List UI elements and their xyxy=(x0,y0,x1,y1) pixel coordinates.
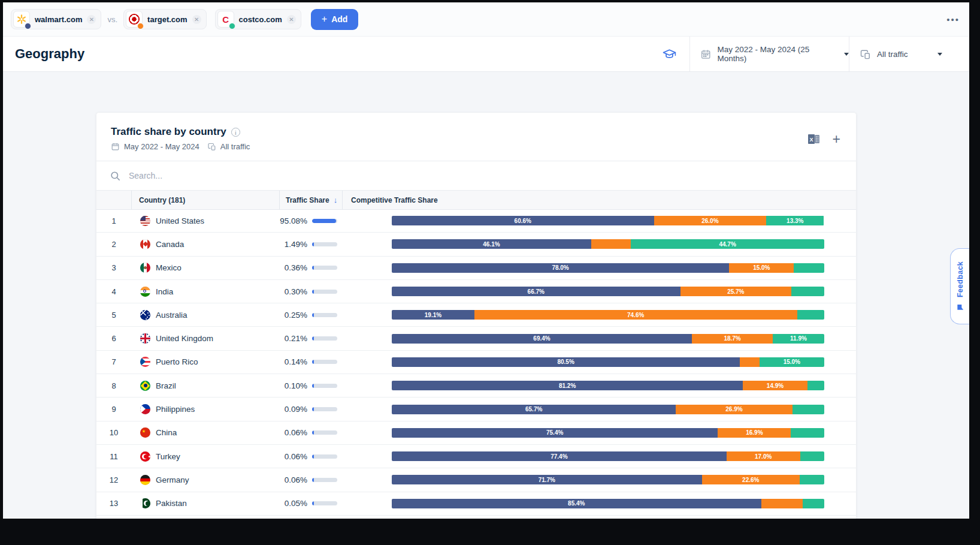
traffic-share-minibar-fill xyxy=(312,336,314,341)
traffic-share-cell: 0.05% xyxy=(265,492,307,515)
app-screen: walmart.com ✕ vs. target.com ✕ C costco.… xyxy=(3,2,969,519)
traffic-share-cell: 1.49% xyxy=(265,233,307,255)
country-flag-icon xyxy=(140,427,150,438)
traffic-share-value: 0.21% xyxy=(265,334,307,343)
competitive-segment-costco.com xyxy=(791,287,824,296)
country-name: Turkey xyxy=(156,452,180,461)
country-cell: Germany xyxy=(140,468,189,491)
table-row[interactable]: 1 United States 95.08% 60.6%26.0%13.3% xyxy=(96,209,856,233)
column-header-country[interactable]: Country (181) xyxy=(131,191,280,209)
walmart-spark-icon xyxy=(13,11,30,28)
date-range-selector[interactable]: May 2022 - May 2024 (25 Months) xyxy=(690,37,849,71)
learning-cap-button[interactable] xyxy=(649,37,689,71)
table-row[interactable]: 10 China 0.06% 75.4%16.9% xyxy=(96,421,856,445)
country-cell: Turkey xyxy=(140,445,180,468)
competitive-segment-costco.com: 11.9% xyxy=(773,334,824,344)
country-flag-icon xyxy=(140,404,150,414)
close-icon[interactable]: ✕ xyxy=(192,15,201,24)
competitive-share-bar: 60.6%26.0%13.3% xyxy=(392,216,824,225)
traffic-share-value: 0.14% xyxy=(265,357,307,366)
graduation-cap-icon xyxy=(662,47,677,62)
traffic-share-cell: 0.36% xyxy=(265,257,307,279)
costco-c-icon: C xyxy=(217,11,234,28)
close-icon[interactable]: ✕ xyxy=(287,15,296,24)
page-header: Geography May 2022 - May 2024 (25 Months… xyxy=(3,37,969,72)
competitive-segment-costco.com xyxy=(797,310,824,320)
country-flag-icon xyxy=(140,498,150,508)
table-row[interactable]: 12 Germany 0.06% 71.7%22.6% xyxy=(96,468,856,492)
traffic-share-minibar xyxy=(312,407,337,411)
competitive-segment-target.com: 17.0% xyxy=(727,451,800,461)
competitive-share-bar: 85.4% xyxy=(392,499,824,508)
close-icon[interactable]: ✕ xyxy=(87,15,96,24)
competitive-share-bar: 75.4%16.9% xyxy=(392,428,824,438)
competitor-chip-walmart[interactable]: walmart.com ✕ xyxy=(11,9,101,29)
competitive-segment-target.com: 26.9% xyxy=(676,405,792,414)
traffic-share-cell: 0.09% xyxy=(265,398,307,420)
country-flag-icon xyxy=(140,475,150,485)
country-flag-icon xyxy=(140,287,150,297)
search-icon xyxy=(110,170,121,182)
traffic-share-value: 0.05% xyxy=(265,499,307,508)
table-search xyxy=(96,161,856,191)
country-flag-icon xyxy=(140,357,150,367)
rank-cell: 5 xyxy=(96,303,131,326)
table-header: Country (181) Traffic Share ↓ Competitiv… xyxy=(96,191,856,210)
table-row[interactable]: 2 Canada 1.49% 46.1%44.7% xyxy=(96,233,856,256)
competitive-segment-target.com: 22.6% xyxy=(702,475,800,484)
add-to-dashboard-icon[interactable]: + xyxy=(833,133,840,146)
traffic-filter-value: All traffic xyxy=(877,50,908,59)
table-row[interactable]: 13 Pakistan 0.05% 85.4% xyxy=(96,492,856,516)
competitive-share-bar: 66.7%25.7% xyxy=(392,287,824,296)
excel-export-icon[interactable]: X xyxy=(806,132,821,146)
competitive-segment-target.com xyxy=(740,357,759,367)
traffic-share-value: 1.49% xyxy=(265,240,307,249)
rank-cell: 13 xyxy=(96,492,131,515)
sort-desc-icon[interactable]: ↓ xyxy=(334,195,338,204)
table-row[interactable]: 7 Puerto Rico 0.14% 80.5%15.0% xyxy=(96,351,856,374)
rank-cell: 9 xyxy=(96,398,131,420)
table-row[interactable]: 4 India 0.30% 66.7%25.7% xyxy=(96,280,856,303)
traffic-share-value: 0.10% xyxy=(265,381,307,390)
overflow-menu-icon[interactable]: ••• xyxy=(946,14,960,25)
add-competitor-button[interactable]: + Add xyxy=(311,9,359,30)
competitive-share-bar: 65.7%26.9% xyxy=(392,405,824,414)
competitive-share-bar: 78.0%15.0% xyxy=(392,263,824,273)
table-row[interactable]: 3 Mexico 0.36% 78.0%15.0% xyxy=(96,257,856,280)
column-header-competitive[interactable]: Competitive Traffic Share xyxy=(342,191,856,209)
traffic-share-cell: 0.30% xyxy=(265,280,307,303)
column-header-traffic-share[interactable]: Traffic Share ↓ xyxy=(279,191,342,209)
feedback-tab[interactable]: Feedback xyxy=(950,248,969,324)
info-icon[interactable]: i xyxy=(231,128,240,137)
country-flag-icon xyxy=(140,310,150,320)
traffic-share-minibar xyxy=(312,478,337,482)
country-name: United States xyxy=(156,216,204,225)
competitor-bar: walmart.com ✕ vs. target.com ✕ C costco.… xyxy=(3,2,969,37)
traffic-share-minibar-fill xyxy=(312,454,314,459)
traffic-filter-selector[interactable]: All traffic xyxy=(849,37,969,71)
table-row[interactable]: 11 Turkey 0.06% 77.4%17.0% xyxy=(96,445,856,468)
competitive-segment-costco.com xyxy=(793,405,824,414)
competitor-chip-costco[interactable]: C costco.com ✕ xyxy=(215,9,301,29)
competitor-domain: target.com xyxy=(147,15,187,24)
table-row[interactable]: 8 Brazil 0.10% 81.2%14.9% xyxy=(96,374,856,398)
table-row[interactable]: 5 Australia 0.25% 19.1%74.6% xyxy=(96,303,856,327)
competitive-segment-walmart.com: 81.2% xyxy=(392,381,743,390)
country-flag-icon xyxy=(140,333,150,344)
country-cell: Puerto Rico xyxy=(140,351,198,374)
traffic-share-minibar xyxy=(312,384,337,388)
traffic-share-value: 0.09% xyxy=(265,405,307,414)
table-row[interactable]: 6 United Kingdom 0.21% 69.4%18.7%11.9% xyxy=(96,327,856,350)
traffic-share-cell: 0.06% xyxy=(265,445,307,468)
traffic-share-minibar xyxy=(312,336,337,341)
country-name: Mexico xyxy=(156,263,182,272)
competitor-domain: costco.com xyxy=(239,15,282,24)
table-row[interactable]: 9 Philippines 0.09% 65.7%26.9% xyxy=(96,398,856,421)
country-name: Australia xyxy=(156,311,187,320)
plus-icon: + xyxy=(322,14,327,24)
traffic-share-minibar-fill xyxy=(312,360,314,364)
traffic-share-value: 0.25% xyxy=(265,311,307,320)
search-input[interactable] xyxy=(128,170,856,181)
page-title: Geography xyxy=(15,46,649,62)
competitor-chip-target[interactable]: target.com ✕ xyxy=(123,9,206,29)
